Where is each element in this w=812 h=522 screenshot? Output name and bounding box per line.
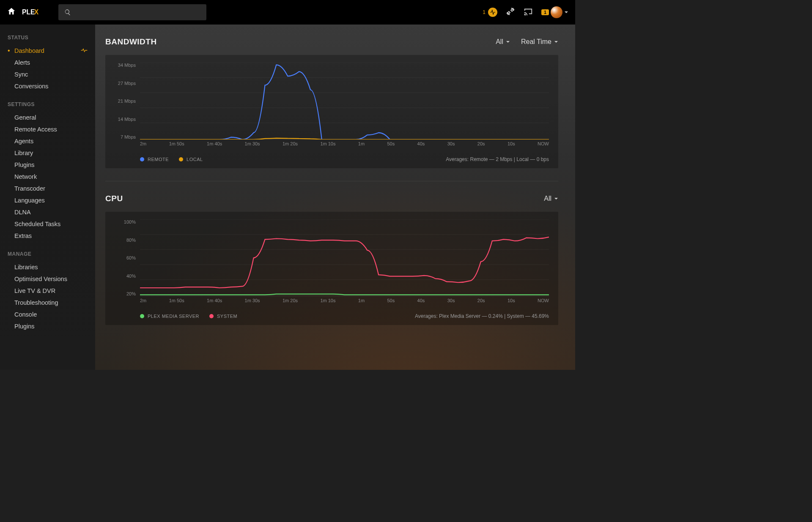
- sidebar-item-label: Scheduled Tasks: [14, 221, 60, 227]
- cpu-averages: Averages: Plex Media Server — 0.24% | Sy…: [415, 313, 549, 319]
- sidebar-item-label: Plugins: [14, 161, 35, 168]
- divider: [105, 181, 558, 181]
- bandwidth-filter-all[interactable]: All: [496, 38, 510, 46]
- axis-tick: 1m 10s: [320, 298, 335, 308]
- axis-tick: NOW: [538, 141, 549, 151]
- sidebar-item-dlna[interactable]: DLNA: [0, 206, 95, 218]
- plex-logo[interactable]: PLE X: [22, 7, 52, 17]
- sidebar-item-library[interactable]: Library: [0, 147, 95, 159]
- axis-tick: 14 Mbps: [115, 117, 140, 122]
- sidebar-item-remote-access[interactable]: Remote Access: [0, 123, 95, 135]
- sidebar-item-label: Console: [14, 311, 37, 318]
- svg-text:X: X: [34, 8, 39, 16]
- axis-tick: 10s: [508, 141, 515, 151]
- topbar-right: 1 1: [483, 6, 568, 18]
- legend-system[interactable]: SYSTEM: [209, 314, 237, 319]
- axis-tick: 1m 20s: [283, 298, 298, 308]
- sidebar-item-dashboard[interactable]: Dashboard: [0, 45, 95, 57]
- sidebar-item-label: Dashboard: [14, 47, 44, 54]
- bandwidth-panel: BANDWIDTH All Real Time 34: [105, 37, 558, 168]
- legend-remote[interactable]: REMOTE: [140, 157, 169, 162]
- search-icon: [64, 9, 71, 16]
- sidebar-item-label: Plugins: [14, 323, 35, 330]
- sidebar-item-label: Remote Access: [14, 126, 57, 133]
- legend-label: SYSTEM: [217, 314, 237, 319]
- sidebar-item-label: Conversions: [14, 83, 49, 90]
- axis-tick: 50s: [387, 141, 395, 151]
- chevron-down-icon: [564, 8, 568, 16]
- sidebar-item-agents[interactable]: Agents: [0, 135, 95, 147]
- sidebar-item-scheduled-tasks[interactable]: Scheduled Tasks: [0, 218, 95, 230]
- sidebar-item-libraries[interactable]: Libraries: [0, 261, 95, 273]
- sidebar-item-label: Network: [14, 173, 37, 180]
- axis-tick: 21 Mbps: [115, 98, 140, 104]
- legend-label: LOCAL: [187, 157, 203, 162]
- sidebar-item-plugins[interactable]: Plugins: [0, 320, 95, 332]
- sidebar-item-conversions[interactable]: Conversions: [0, 80, 95, 92]
- legend-label: PLEX MEDIA SERVER: [148, 314, 199, 319]
- axis-tick: 1m: [358, 298, 365, 308]
- bandwidth-title: BANDWIDTH: [105, 37, 157, 46]
- cpu-title: CPU: [105, 194, 123, 203]
- sidebar-heading: SETTINGS: [0, 101, 95, 112]
- sidebar-item-general[interactable]: General: [0, 112, 95, 123]
- axis-tick: 7 Mbps: [115, 134, 140, 139]
- bandwidth-filter-realtime[interactable]: Real Time: [521, 38, 558, 46]
- sidebar-item-alerts[interactable]: Alerts: [0, 57, 95, 68]
- axis-tick: 1m 50s: [169, 141, 184, 151]
- sidebar-item-label: DLNA: [14, 209, 31, 216]
- sidebar-item-optimised-versions[interactable]: Optimised Versions: [0, 273, 95, 285]
- axis-tick: 1m 10s: [320, 141, 335, 151]
- filter-label: Real Time: [521, 38, 551, 46]
- legend-local[interactable]: LOCAL: [179, 157, 203, 162]
- cpu-filter-all[interactable]: All: [544, 195, 558, 202]
- search-input[interactable]: [58, 4, 206, 20]
- axis-tick: 60%: [115, 255, 140, 260]
- sidebar-item-troubleshooting[interactable]: Troubleshooting: [0, 297, 95, 309]
- sidebar-item-label: Transcoder: [14, 185, 45, 192]
- axis-tick: 1m 50s: [169, 298, 184, 308]
- sidebar-item-label: Languages: [14, 197, 45, 204]
- axis-tick: 20s: [477, 141, 485, 151]
- axis-tick: 10s: [508, 298, 515, 308]
- sidebar-item-extras[interactable]: Extras: [0, 230, 95, 242]
- sidebar-item-label: Library: [14, 150, 33, 156]
- sidebar-item-console[interactable]: Console: [0, 309, 95, 320]
- bandwidth-chart: 34 Mbps27 Mbps21 Mbps14 Mbps7 Mbps 2m1m …: [105, 55, 558, 168]
- axis-tick: 100%: [115, 219, 140, 224]
- activity-alert[interactable]: 1: [483, 8, 497, 17]
- cast-icon[interactable]: [524, 7, 533, 18]
- axis-tick: 30s: [447, 141, 455, 151]
- sidebar-item-sync[interactable]: Sync: [0, 68, 95, 80]
- legend-dot: [140, 314, 144, 318]
- legend-dot: [140, 157, 144, 161]
- axis-tick: 2m: [140, 141, 146, 151]
- filter-label: All: [544, 195, 551, 202]
- activity-icon: [81, 47, 88, 54]
- home-icon[interactable]: [7, 7, 16, 18]
- sidebar-item-label: Live TV & DVR: [14, 287, 55, 294]
- settings-icon[interactable]: [506, 7, 515, 18]
- axis-tick: 1m 20s: [283, 141, 298, 151]
- axis-tick: 40s: [417, 298, 425, 308]
- sidebar-item-label: Extras: [14, 232, 32, 239]
- sidebar-item-transcoder[interactable]: Transcoder: [0, 183, 95, 194]
- sidebar-item-network[interactable]: Network: [0, 171, 95, 183]
- chevron-down-icon: [554, 197, 558, 201]
- legend-pms[interactable]: PLEX MEDIA SERVER: [140, 314, 199, 319]
- sidebar-item-live-tv-dvr[interactable]: Live TV & DVR: [0, 285, 95, 297]
- sidebar-item-label: General: [14, 114, 36, 121]
- sidebar-item-label: Agents: [14, 138, 33, 145]
- axis-tick: 1m 40s: [207, 141, 222, 151]
- svg-text:PLE: PLE: [22, 8, 35, 16]
- sidebar-item-plugins[interactable]: Plugins: [0, 159, 95, 171]
- axis-tick: 1m 30s: [245, 298, 260, 308]
- legend-dot: [179, 157, 183, 161]
- avatar: [551, 6, 562, 18]
- user-menu[interactable]: 1: [541, 6, 568, 18]
- sidebar-item-languages[interactable]: Languages: [0, 194, 95, 206]
- axis-tick: 2m: [140, 298, 146, 308]
- axis-tick: 40%: [115, 273, 140, 279]
- sidebar-heading: STATUS: [0, 35, 95, 45]
- bandwidth-averages: Averages: Remote — 2 Mbps | Local — 0 bp…: [446, 156, 549, 162]
